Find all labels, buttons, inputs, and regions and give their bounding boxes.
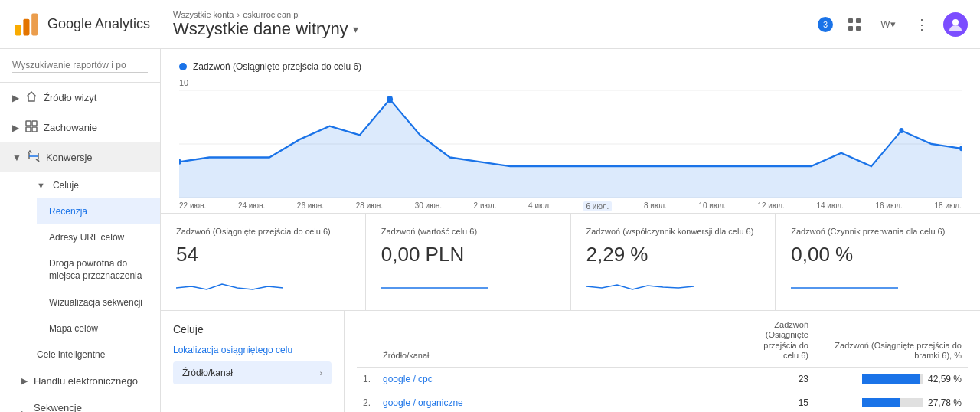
x-label-0: 22 июн. [179, 201, 206, 211]
sidebar-item-konwersje[interactable]: ▼ Konwersje [0, 142, 160, 172]
notification-badge[interactable]: 3 [818, 17, 833, 32]
svg-rect-10 [26, 127, 31, 132]
chart-y-max: 10 [179, 78, 188, 87]
chart-container: 10 22 июн. [179, 78, 962, 201]
x-label-2: 26 июн. [297, 201, 324, 211]
zrodlo-icon [25, 90, 38, 105]
sidebar-item-recenzja[interactable]: Recenzja [37, 198, 160, 224]
goals-accordion[interactable]: Źródło/kanał › [173, 361, 332, 384]
x-label-11: 14 июл. [816, 201, 843, 211]
x-label-3: 28 июн. [356, 201, 383, 211]
sparkline-3 [586, 273, 694, 296]
metric-label-4: Zadzwoń (Czynnik przerwania dla celu 6) [791, 226, 965, 237]
x-label-7: 6 июл. [583, 201, 612, 211]
svg-rect-8 [26, 121, 31, 126]
svg-rect-5 [848, 26, 853, 31]
page-title-dropdown-icon[interactable]: ▾ [353, 23, 358, 35]
sidebar-item-celuje[interactable]: ▼ Celuje [24, 172, 160, 198]
chart-x-axis: 22 июн. 24 июн. 26 июн. 28 июн. 30 июн. … [179, 201, 962, 211]
sidebar-item-adresy[interactable]: Adresy URL celów [37, 224, 160, 250]
legend-dot-icon [179, 63, 187, 70]
row-conversions: 15 [753, 391, 815, 412]
goals-link[interactable]: Lokalizacja osiągniętego celu [173, 345, 332, 355]
chart-legend-label: Zadzwoń (Osiągnięte przejścia do celu 6) [193, 61, 361, 72]
header: Google Analytics Wszystkie konta › eskur… [0, 0, 980, 49]
x-label-13: 18 июл. [934, 201, 961, 211]
sidebar-item-wizualizacja[interactable]: Wizualizacja sekwencji [37, 289, 160, 316]
row-percent: 42,59 % [815, 368, 968, 391]
konwersje-icon [28, 150, 40, 165]
goals-panel: Celuje Lokalizacja osiągniętego celu Źró… [161, 311, 345, 412]
svg-rect-1 [23, 18, 29, 35]
col-num [357, 311, 377, 367]
body: ▶ Źródło wizyt ▶ Zachowanie ▼ Konwersje [0, 49, 980, 412]
ga-logo-icon [12, 11, 40, 38]
more-options-icon[interactable]: ⋮ [910, 12, 934, 37]
arrow-right-icon: ▶ [12, 93, 19, 103]
sidebar: ▶ Źródło wizyt ▶ Zachowanie ▼ Konwersje [0, 49, 161, 412]
bottom-section: Celuje Lokalizacja osiągniętego celu Źró… [161, 311, 980, 412]
search-input[interactable] [12, 58, 148, 73]
metric-label-1: Zadzwoń (Osiągnięte przejścia do celu 6) [176, 226, 350, 237]
expand-right-sekwencje-icon: ▶ [21, 409, 28, 412]
metric-card-2: Zadzwoń (wartość celu 6) 0,00 PLN [366, 214, 571, 310]
svg-rect-11 [32, 127, 37, 132]
breadcrumb-part1: Wszystkie konta [173, 10, 234, 19]
sidebar-label-zrodlo: Źródło wizyt [44, 92, 96, 103]
metric-value-2: 0,00 PLN [381, 243, 555, 266]
sidebar-label-wizualizacja: Wizualizacja sekwencji [49, 297, 142, 308]
expand-right-handlu-icon: ▶ [21, 376, 28, 386]
sidebar-label-handlu: Handlu elektronicznego [34, 375, 138, 387]
svg-rect-0 [15, 25, 21, 35]
sidebar-item-handlu[interactable]: ▶ Handlu elektronicznego [0, 368, 160, 394]
sidebar-label-zachowanie: Zachowanie [44, 122, 97, 133]
row-source[interactable]: google / cpc [377, 368, 753, 391]
sidebar-label-adresy: Adresy URL celów [49, 232, 124, 243]
goals-accordion-arrow-icon: › [320, 369, 322, 378]
x-label-4: 30 июн. [415, 201, 442, 211]
metric-card-3: Zadzwoń (współczynnik konwersji dla celu… [571, 214, 776, 310]
breadcrumb-arrow-icon: › [237, 10, 240, 19]
expand-down-icon2: ▼ [37, 181, 45, 190]
svg-rect-2 [31, 13, 38, 35]
table-row: 2. google / organiczne 15 27,78 % [357, 391, 968, 412]
svg-point-18 [387, 96, 393, 103]
apps-grid-icon[interactable] [842, 12, 867, 37]
metric-cards: Zadzwoń (Osiągnięte przejścia do celu 6)… [161, 214, 980, 311]
sidebar-label-mapa: Mapa celów [49, 323, 98, 334]
header-actions: 3 W▾ ⋮ [818, 12, 968, 37]
logo-area: Google Analytics [12, 11, 173, 38]
header-center: Wszystkie konta › eskurroclean.pl Wszyst… [173, 10, 818, 39]
metric-label-2: Zadzwoń (wartość celu 6) [381, 226, 555, 237]
breadcrumb: Wszystkie konta › eskurroclean.pl [173, 10, 818, 19]
search-box [0, 49, 160, 83]
sidebar-label-sekwencje: Sekwencje wielokanałowe [34, 402, 148, 412]
chart-svg [179, 90, 962, 198]
x-label-6: 4 июл. [528, 201, 551, 211]
row-source[interactable]: google / organiczne [377, 391, 753, 412]
table-body: 1. google / cpc 23 42,59 % 2. google / o… [357, 368, 968, 412]
sidebar-label-celuje: Celuje [53, 180, 79, 191]
wordmark-button[interactable]: W▾ [876, 12, 900, 37]
col-conversions: Zadzwoń (Osiągnięte przejścia do celu 6) [753, 311, 815, 367]
svg-rect-9 [32, 121, 37, 126]
sidebar-item-zrodlo[interactable]: ▶ Źródło wizyt [0, 83, 160, 113]
x-label-8: 8 июл. [644, 201, 667, 211]
goals-title: Celuje [173, 323, 332, 335]
x-label-1: 24 июн. [238, 201, 265, 211]
chart-legend: Zadzwoń (Osiągnięte przejścia do celu 6) [179, 61, 962, 72]
sparkline-2 [381, 273, 488, 296]
expand-down-icon: ▼ [12, 152, 21, 163]
svg-point-7 [952, 19, 959, 25]
sidebar-item-mapa[interactable]: Mapa celów [37, 316, 160, 342]
main-content: Zadzwoń (Osiągnięte przejścia do celu 6)… [161, 49, 980, 412]
col-source: Źródło/kanał [377, 311, 753, 367]
sparkline-4 [791, 273, 898, 296]
zachowanie-icon [25, 120, 38, 135]
sidebar-item-sekwencje[interactable]: ▶ Sekwencje wielokanałowe [0, 394, 160, 412]
sidebar-item-droga[interactable]: Droga powrotna do miejsca przeznaczenia [37, 250, 160, 289]
sidebar-item-cele-inteligentne[interactable]: Cele inteligentne [24, 342, 160, 368]
user-avatar[interactable] [943, 12, 968, 37]
sidebar-item-zachowanie[interactable]: ▶ Zachowanie [0, 113, 160, 142]
nav-sub-konwersje: ▼ Celuje Recenzja Adresy URL celów Droga… [0, 172, 160, 368]
